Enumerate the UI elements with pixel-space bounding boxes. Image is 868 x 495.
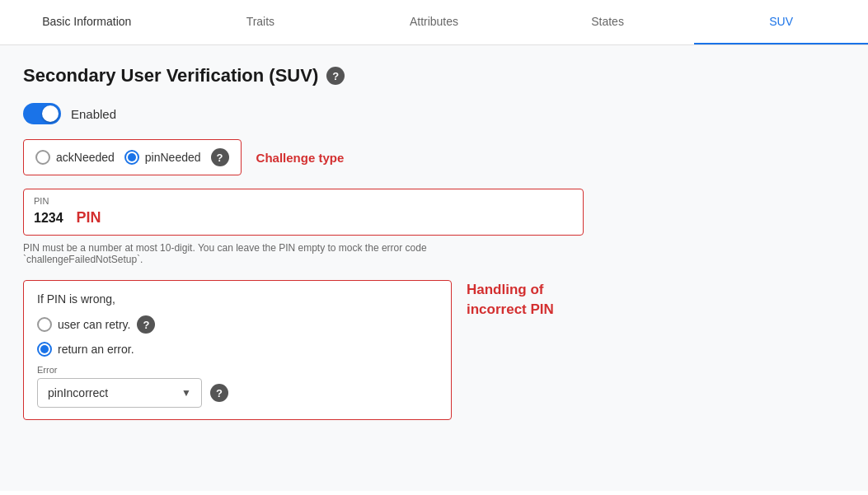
toggle-row: Enabled — [23, 103, 845, 124]
radio-row-retry: user can retry. ? — [37, 315, 438, 334]
section-title-text: Secondary User Verification (SUV) — [23, 65, 318, 86]
enabled-toggle[interactable] — [23, 103, 61, 124]
radio-option-retry[interactable]: user can retry. — [37, 317, 130, 332]
radio-label-retry: user can retry. — [58, 318, 130, 331]
radio-label-ackneeded: ackNeeded — [56, 151, 115, 164]
pin-value[interactable]: 1234 — [34, 211, 63, 226]
error-dropdown-label: Error — [37, 365, 438, 375]
section-help-icon[interactable]: ? — [326, 67, 345, 85]
retry-help-icon[interactable]: ? — [137, 315, 155, 334]
radio-row-error: return an error. — [37, 342, 438, 357]
incorrect-pin-row: If PIN is wrong, user can retry. ? retur… — [23, 280, 845, 420]
tab-suv[interactable]: SUV — [694, 0, 868, 44]
radio-option-return-error[interactable]: return an error. — [37, 342, 134, 357]
incorrect-pin-section-label: Handling ofincorrect PIN — [467, 280, 554, 320]
incorrect-pin-title: If PIN is wrong, — [37, 292, 438, 306]
tab-traits[interactable]: Traits — [174, 0, 348, 44]
radio-label-pinneeded: pinNeeded — [145, 151, 201, 164]
radio-label-return-error: return an error. — [58, 343, 134, 356]
error-dropdown[interactable]: pinIncorrect ▼ — [37, 378, 202, 408]
pin-field-row: 1234 PIN — [34, 209, 573, 226]
error-dropdown-value: pinIncorrect — [48, 386, 108, 399]
dropdown-arrow-icon: ▼ — [181, 387, 191, 399]
tab-basic-information[interactable]: Basic Information — [0, 0, 174, 44]
main-content: Secondary User Verification (SUV) ? Enab… — [0, 45, 868, 491]
pin-field-container: PIN 1234 PIN — [23, 189, 584, 236]
incorrect-pin-box: If PIN is wrong, user can retry. ? retur… — [23, 280, 452, 420]
pin-inline-label: PIN — [77, 209, 101, 226]
radio-circle-retry — [37, 317, 52, 332]
pin-field-label: PIN — [34, 196, 573, 206]
tab-bar: Basic Information Traits Attributes Stat… — [0, 0, 868, 45]
error-dropdown-row: pinIncorrect ▼ ? — [37, 378, 438, 408]
radio-circle-return-error — [37, 342, 52, 357]
radio-option-pinneeded[interactable]: pinNeeded — [124, 150, 201, 165]
pin-hint: PIN must be a number at most 10-digit. Y… — [23, 242, 468, 265]
tab-attributes[interactable]: Attributes — [347, 0, 521, 44]
challenge-type-row: ackNeeded pinNeeded ? Challenge type — [23, 139, 845, 175]
radio-circle-pinneeded — [124, 150, 139, 165]
section-title: Secondary User Verification (SUV) ? — [23, 65, 845, 86]
challenge-type-label: Challenge type — [256, 151, 345, 165]
error-dropdown-section: Error pinIncorrect ▼ ? — [37, 365, 438, 408]
radio-option-ackneeded[interactable]: ackNeeded — [35, 150, 115, 165]
challenge-type-help-icon[interactable]: ? — [211, 148, 229, 166]
radio-circle-ackneeded — [35, 150, 50, 165]
error-dropdown-help-icon[interactable]: ? — [210, 384, 228, 402]
toggle-label: Enabled — [71, 107, 116, 121]
tab-states[interactable]: States — [521, 0, 695, 44]
challenge-type-box: ackNeeded pinNeeded ? — [23, 139, 242, 175]
